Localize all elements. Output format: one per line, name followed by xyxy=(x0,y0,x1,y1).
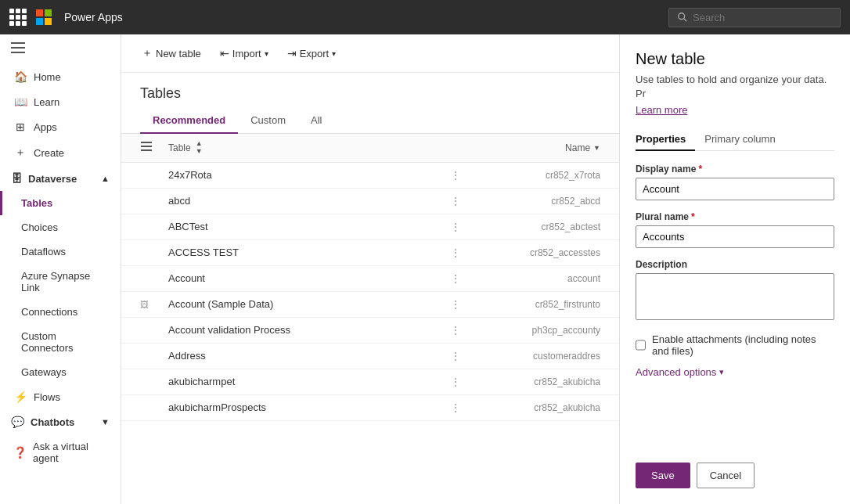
hamburger-button[interactable] xyxy=(0,34,121,61)
sidebar-item-home[interactable]: 🏠 Home xyxy=(0,64,121,89)
row-kebab[interactable]: ⋮ xyxy=(450,324,475,337)
waffle-menu[interactable] xyxy=(9,9,27,26)
table-row[interactable]: Account ⋮ account xyxy=(121,266,619,292)
save-button[interactable]: Save xyxy=(636,463,690,488)
row-kebab[interactable]: ⋮ xyxy=(450,195,475,207)
microsoft-logo xyxy=(36,9,52,25)
create-icon: ＋ xyxy=(13,146,27,160)
enable-attachments-checkbox[interactable] xyxy=(636,340,646,351)
sidebar-chatbots-header[interactable]: 💬 Chatbots ▼ xyxy=(0,409,121,434)
main-toolbar: ＋ New table ⇤ Import ▾ ⇥ Export ▾ xyxy=(121,34,619,73)
plural-name-input[interactable] xyxy=(636,225,834,248)
virtual-agent-icon: ❓ xyxy=(13,446,27,459)
name-sort-icon: ▼ xyxy=(593,144,600,152)
sidebar-connections-label: Connections xyxy=(21,306,77,318)
sidebar-item-learn[interactable]: 📖 Learn xyxy=(0,89,121,114)
export-button[interactable]: ⇥ Export ▾ xyxy=(279,43,344,63)
row-identifier: cr852_x7rota xyxy=(475,170,600,181)
sidebar-item-flows[interactable]: ⚡ Flows xyxy=(0,384,121,409)
advanced-options-toggle[interactable]: Advanced options ▾ xyxy=(636,366,834,378)
sidebar-dataflows-label: Dataflows xyxy=(21,246,66,257)
sidebar-nav: 🏠 Home 📖 Learn ⊞ Apps ＋ Create 🗄 Dataver… xyxy=(0,61,121,473)
tab-all[interactable]: All xyxy=(298,108,334,134)
sidebar-item-connections[interactable]: Connections xyxy=(0,300,121,324)
sidebar-choices-label: Choices xyxy=(21,221,58,233)
panel-tab-primary-column[interactable]: Primary column xyxy=(695,128,784,151)
sidebar-item-dataflows[interactable]: Dataflows xyxy=(0,239,121,264)
row-name: abcd xyxy=(168,195,450,207)
row-identifier: ph3cp_accounty xyxy=(475,325,600,336)
header-table-col[interactable]: Table ▲▼ xyxy=(168,140,450,156)
row-name: Account validation Process xyxy=(168,324,450,336)
row-icon: 🖼 xyxy=(140,298,168,310)
table-row[interactable]: abcd ⋮ cr852_abcd xyxy=(121,189,619,214)
tab-custom[interactable]: Custom xyxy=(238,108,298,134)
header-list-icon xyxy=(140,140,168,155)
panel-tabs: Properties Primary column xyxy=(636,128,834,151)
search-icon xyxy=(677,12,688,23)
svg-rect-2 xyxy=(141,142,152,143)
display-name-label: Display name * xyxy=(636,164,834,175)
sidebar-gateways-label: Gateways xyxy=(21,366,67,378)
sidebar-item-gateways[interactable]: Gateways xyxy=(0,360,121,384)
row-kebab[interactable]: ⋮ xyxy=(450,247,475,259)
row-kebab[interactable]: ⋮ xyxy=(450,221,475,233)
table-row[interactable]: ABCTest ⋮ cr852_abctest xyxy=(121,214,619,240)
sidebar-item-create-label: Create xyxy=(34,147,64,159)
sidebar-item-create[interactable]: ＋ Create xyxy=(0,139,121,166)
import-button[interactable]: ⇤ Import ▾ xyxy=(212,43,276,63)
row-name: Account (Sample Data) xyxy=(168,298,450,310)
apps-icon: ⊞ xyxy=(13,121,27,133)
topbar: Power Apps xyxy=(0,0,850,34)
row-kebab[interactable]: ⋮ xyxy=(450,298,475,311)
sidebar-item-tables[interactable]: Tables xyxy=(0,191,121,215)
panel-title: New table xyxy=(636,50,834,68)
sidebar-dataverse-header[interactable]: 🗄 Dataverse ▲ xyxy=(0,166,121,191)
panel-description: Use tables to hold and organize your dat… xyxy=(636,73,834,101)
search-input[interactable] xyxy=(693,12,818,23)
required-star: * xyxy=(698,164,702,175)
panel-tab-properties[interactable]: Properties xyxy=(636,128,695,151)
table-row[interactable]: Account validation Process ⋮ ph3cp_accou… xyxy=(121,318,619,344)
search-bar[interactable] xyxy=(668,8,841,27)
row-identifier: cr852_abctest xyxy=(475,221,600,232)
table-row[interactable]: akubicharmProspects ⋮ cr852_akubicha xyxy=(121,395,619,421)
sidebar-dataverse-sub: Tables Choices Dataflows Azure Synapse L… xyxy=(0,191,121,384)
sidebar-flows-label: Flows xyxy=(34,391,60,403)
sidebar-item-azure-synapse[interactable]: Azure Synapse Link xyxy=(0,264,121,300)
cancel-button[interactable]: Cancel xyxy=(697,463,755,488)
row-name: ACCESS TEST xyxy=(168,247,450,258)
table-row[interactable]: akubicharmpet ⋮ cr852_akubicha xyxy=(121,369,619,395)
header-name-col[interactable]: Name ▼ xyxy=(475,142,600,153)
row-identifier: cr852_firstrunto xyxy=(475,299,600,310)
row-kebab[interactable]: ⋮ xyxy=(450,376,475,388)
learn-more-link[interactable]: Learn more xyxy=(636,104,834,116)
row-name: akubicharmpet xyxy=(168,376,450,387)
row-kebab[interactable]: ⋮ xyxy=(450,169,475,182)
page-title: Tables xyxy=(121,73,619,108)
row-identifier: account xyxy=(475,273,600,284)
table-row[interactable]: ACCESS TEST ⋮ cr852_accesstes xyxy=(121,240,619,266)
row-kebab[interactable]: ⋮ xyxy=(450,272,475,285)
row-kebab[interactable]: ⋮ xyxy=(450,401,475,414)
new-table-button[interactable]: ＋ New table xyxy=(134,42,209,64)
export-label: Export xyxy=(300,48,330,59)
table-row[interactable]: 24x7Rota ⋮ cr852_x7rota xyxy=(121,163,619,189)
sidebar-item-apps[interactable]: ⊞ Apps xyxy=(0,114,121,139)
svg-rect-3 xyxy=(141,146,152,147)
row-kebab[interactable]: ⋮ xyxy=(450,350,475,362)
table-row[interactable]: 🖼 Account (Sample Data) ⋮ cr852_firstrun… xyxy=(121,292,619,318)
sidebar-item-choices[interactable]: Choices xyxy=(0,215,121,239)
sidebar-item-custom-connectors[interactable]: Custom Connectors xyxy=(0,324,121,360)
plural-name-label: Plural name * xyxy=(636,211,834,222)
sidebar-item-ask-virtual[interactable]: ❓ Ask a virtual agent xyxy=(0,434,121,470)
plural-required-star: * xyxy=(691,211,695,222)
table-row[interactable]: Address ⋮ customeraddres xyxy=(121,344,619,369)
description-input[interactable] xyxy=(636,273,834,320)
sidebar-chatbots-label: Chatbots xyxy=(31,416,74,428)
tab-recommended[interactable]: Recommended xyxy=(140,108,238,134)
display-name-input[interactable] xyxy=(636,178,834,200)
flows-icon: ⚡ xyxy=(13,391,27,403)
row-identifier: cr852_akubicha xyxy=(475,376,600,387)
new-table-panel: New table Use tables to hold and organiz… xyxy=(619,34,850,504)
